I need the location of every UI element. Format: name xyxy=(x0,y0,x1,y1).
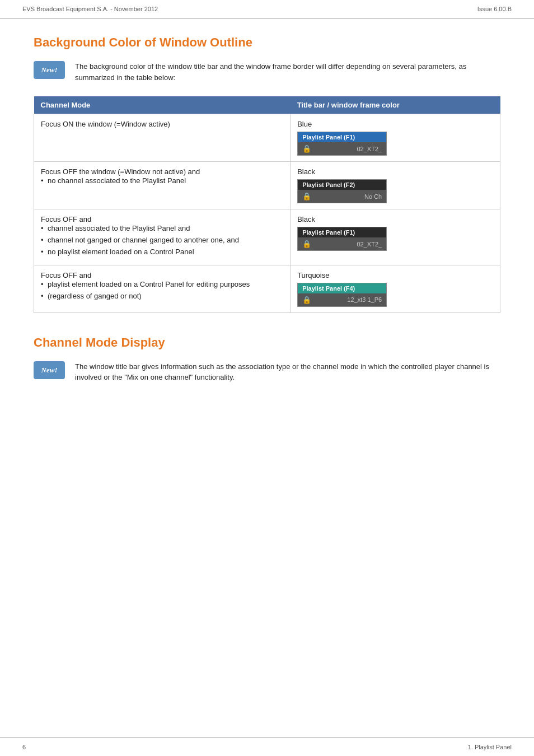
list-item: no channel associated to the Playlist Pa… xyxy=(41,176,283,186)
mode-cell: Focus OFF and playlist element loaded on… xyxy=(34,265,291,312)
panel-title: Playlist Panel (F1) xyxy=(298,132,386,142)
section2-title: Channel Mode Display xyxy=(34,335,500,350)
panel-preview: Playlist Panel (F1) 🔒 02_XT2_ xyxy=(297,132,387,156)
footer-right: 1. Playlist Panel xyxy=(468,744,512,750)
color-label: Black xyxy=(297,215,493,223)
mode-text: Focus ON the window (=Window active) xyxy=(41,120,170,128)
list-item: no playlist element loaded on a Control … xyxy=(41,247,283,257)
footer-left: 6 xyxy=(22,744,26,750)
section1-intro-block: New! The background color of the window … xyxy=(34,61,500,83)
color-label: Turquoise xyxy=(297,271,493,279)
color-cell: Black Playlist Panel (F1) 🔒 02_XT2_ xyxy=(291,209,500,265)
mode-main: Focus OFF the window (=Window not active… xyxy=(41,167,283,176)
list-item: (regardless of ganged or not) xyxy=(41,291,283,301)
panel-title: Playlist Panel (F2) xyxy=(298,180,386,190)
lock-icon: 🔒 xyxy=(302,144,311,153)
panel-preview: Playlist Panel (F4) 🔒 12_xt3 1_P6 xyxy=(297,283,387,307)
channel-label: 02_XT2_ xyxy=(357,241,382,248)
col1-header: Channel Mode xyxy=(34,96,291,114)
col2-header: Title bar / window frame color xyxy=(291,96,500,114)
panel-title: Playlist Panel (F1) xyxy=(298,227,386,237)
section2-intro-block: New! The window title bar gives informat… xyxy=(34,361,500,383)
color-label: Black xyxy=(297,167,493,176)
color-cell: Turquoise Playlist Panel (F4) 🔒 12_xt3 1… xyxy=(291,265,500,312)
header-left: EVS Broadcast Equipment S.A. - November … xyxy=(22,6,158,12)
mode-bullets: no channel associated to the Playlist Pa… xyxy=(41,176,283,186)
list-item: playlist element loaded on a Control Pan… xyxy=(41,279,283,290)
color-label: Blue xyxy=(297,120,493,128)
table-row: Focus ON the window (=Window active) Blu… xyxy=(34,114,500,162)
section2-intro-text: The window title bar gives information s… xyxy=(75,361,500,383)
panel-body: 🔒 02_XT2_ xyxy=(298,142,386,155)
channel-label: No Ch xyxy=(364,193,382,200)
list-item: channel associated to the Playlist Panel… xyxy=(41,223,283,234)
panel-title: Playlist Panel (F4) xyxy=(298,283,386,293)
new-badge-1: New! xyxy=(34,61,65,79)
list-item: channel not ganged or channel ganged to … xyxy=(41,235,283,245)
section1-intro-text: The background color of the window title… xyxy=(75,61,500,83)
mode-main: Focus OFF and xyxy=(41,215,283,223)
panel-preview: Playlist Panel (F2) 🔒 No Ch xyxy=(297,179,387,203)
mode-bullets: channel associated to the Playlist Panel… xyxy=(41,223,283,258)
channel-label: 02_XT2_ xyxy=(357,146,382,152)
channel-label: 12_xt3 1_P6 xyxy=(347,296,382,303)
panel-body: 🔒 No Ch xyxy=(298,190,386,203)
panel-body: 🔒 12_xt3 1_P6 xyxy=(298,293,386,306)
mode-cell: Focus OFF the window (=Window not active… xyxy=(34,162,291,209)
header-right: Issue 6.00.B xyxy=(477,6,512,12)
mode-cell: Focus OFF and channel associated to the … xyxy=(34,209,291,265)
color-cell: Blue Playlist Panel (F1) 🔒 02_XT2_ xyxy=(291,114,500,162)
page-header: EVS Broadcast Equipment S.A. - November … xyxy=(0,0,534,18)
section2: Channel Mode Display New! The window tit… xyxy=(34,335,500,383)
panel-preview: Playlist Panel (F1) 🔒 02_XT2_ xyxy=(297,227,387,251)
panel-body: 🔒 02_XT2_ xyxy=(298,237,386,250)
lock-icon: 🔒 xyxy=(302,240,311,248)
color-table: Channel Mode Title bar / window frame co… xyxy=(34,96,500,313)
table-row: Focus OFF and playlist element loaded on… xyxy=(34,265,500,312)
section1-title: Background Color of Window Outline xyxy=(34,35,500,50)
mode-bullets: playlist element loaded on a Control Pan… xyxy=(41,279,283,301)
page-content: Background Color of Window Outline New! … xyxy=(0,18,534,430)
lock-icon: 🔒 xyxy=(302,296,311,304)
table-row: Focus OFF the window (=Window not active… xyxy=(34,162,500,209)
new-badge-2: New! xyxy=(34,361,65,379)
page-footer: 6 1. Playlist Panel xyxy=(0,738,534,756)
mode-main: Focus OFF and xyxy=(41,271,283,279)
lock-icon: 🔒 xyxy=(302,192,311,200)
color-cell: Black Playlist Panel (F2) 🔒 No Ch xyxy=(291,162,500,209)
mode-cell: Focus ON the window (=Window active) xyxy=(34,114,291,162)
table-row: Focus OFF and channel associated to the … xyxy=(34,209,500,265)
